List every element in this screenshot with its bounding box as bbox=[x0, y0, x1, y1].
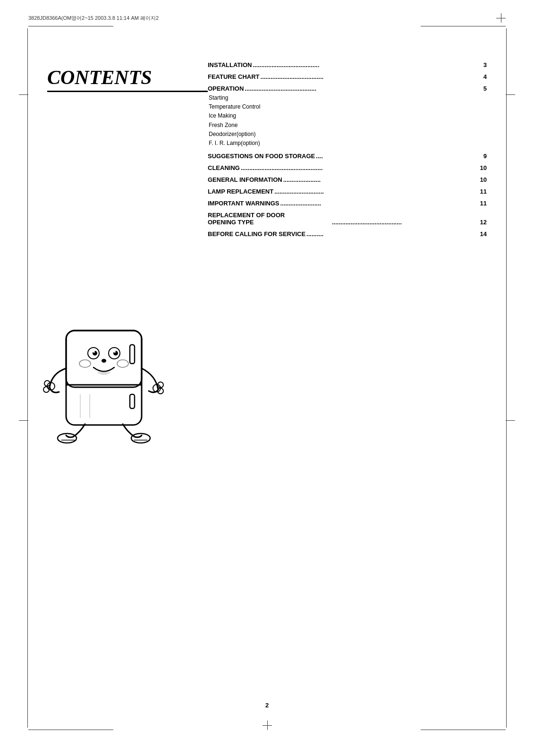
toc-dots-installation: ....................................... bbox=[253, 61, 482, 68]
toc-label-general-info: GENERAL INFORMATION bbox=[208, 176, 282, 183]
svg-point-12 bbox=[79, 360, 91, 367]
bottom-border-right bbox=[421, 730, 506, 730]
toc-entry-general-info: GENERAL INFORMATION ....................… bbox=[208, 176, 487, 183]
mascot-illustration bbox=[38, 321, 170, 453]
toc-page-feature-chart: 4 bbox=[483, 73, 487, 80]
page-title: CONTENTS bbox=[47, 66, 208, 92]
toc-entry-installation: INSTALLATION ...........................… bbox=[208, 61, 487, 68]
side-mark-right-top bbox=[506, 94, 515, 95]
header-text: 3828JD8366A(OM영어2~15 2003.3.8 11:14 AM 페… bbox=[28, 15, 159, 22]
toc-section: INSTALLATION ...........................… bbox=[208, 61, 487, 242]
toc-label-before-calling: BEFORE CALLING FOR SERVICE bbox=[208, 230, 305, 238]
toc-page-operation: 5 bbox=[483, 85, 487, 92]
toc-dots-feature-chart: ..................................... bbox=[261, 73, 483, 80]
toc-entry-feature-chart: FEATURE CHART ..........................… bbox=[208, 73, 487, 80]
toc-label-lamp-replacement: LAMP REPLACEMENT bbox=[208, 188, 273, 195]
toc-label-replacement-door-line2: OPENING TYPE bbox=[208, 219, 254, 226]
header: 3828JD8366A(OM영어2~15 2003.3.8 11:14 AM 페… bbox=[28, 13, 506, 23]
toc-label-operation: OPERATION bbox=[208, 85, 244, 92]
page: 3828JD8366A(OM영어2~15 2003.3.8 11:14 AM 페… bbox=[0, 0, 534, 756]
toc-dots-lamp-replacement: ............................. bbox=[274, 188, 479, 195]
toc-dots-before-calling: .......... bbox=[306, 230, 479, 238]
svg-point-20 bbox=[58, 433, 76, 443]
side-mark-left-top bbox=[19, 94, 28, 95]
toc-label-important-warnings: IMPORTANT WARNINGS bbox=[208, 200, 279, 207]
svg-point-10 bbox=[114, 351, 116, 353]
toc-main-general-info: GENERAL INFORMATION ....................… bbox=[208, 176, 487, 183]
toc-main-operation: OPERATION ..............................… bbox=[208, 85, 487, 92]
toc-entry-suggestions: SUGGESTIONS ON FOOD STORAGE .... 9 bbox=[208, 153, 487, 160]
toc-entry-operation: OPERATION ..............................… bbox=[208, 85, 487, 148]
svg-point-9 bbox=[93, 351, 95, 353]
toc-page-installation: 3 bbox=[483, 61, 487, 68]
svg-rect-3 bbox=[130, 345, 135, 364]
toc-dots-replacement-door: ........................................… bbox=[332, 219, 402, 226]
svg-point-16 bbox=[43, 387, 49, 392]
side-mark-left-bottom bbox=[19, 420, 28, 421]
toc-dots-suggestions: .... bbox=[316, 153, 482, 160]
toc-main-before-calling: BEFORE CALLING FOR SERVICE .......... 14 bbox=[208, 230, 487, 238]
toc-main-installation: INSTALLATION ...........................… bbox=[208, 61, 487, 68]
toc-dots-operation: ........................................… bbox=[245, 85, 482, 92]
top-border-right bbox=[421, 26, 506, 26]
toc-label-replacement-door-line1: REPLACEMENT OF DOOR bbox=[208, 212, 285, 219]
toc-entry-lamp-replacement: LAMP REPLACEMENT .......................… bbox=[208, 188, 487, 195]
toc-sub-operation: Starting Temperature Control Ice Making … bbox=[208, 93, 487, 148]
svg-rect-4 bbox=[130, 394, 135, 408]
toc-main-cleaning: CLEANING ...............................… bbox=[208, 164, 487, 171]
header-crosshair bbox=[496, 13, 506, 23]
toc-label-feature-chart: FEATURE CHART bbox=[208, 73, 260, 80]
page-number: 2 bbox=[265, 702, 269, 709]
svg-point-13 bbox=[117, 360, 128, 367]
toc-dots-important-warnings: ........................ bbox=[280, 200, 479, 207]
bottom-crosshair bbox=[263, 721, 272, 730]
toc-page-cleaning: 10 bbox=[480, 164, 487, 171]
svg-point-11 bbox=[102, 359, 106, 363]
toc-dots-cleaning: ........................................… bbox=[241, 164, 479, 171]
toc-label-cleaning: CLEANING bbox=[208, 164, 240, 171]
toc-entry-important-warnings: IMPORTANT WARNINGS .....................… bbox=[208, 200, 487, 207]
toc-entry-cleaning: CLEANING ...............................… bbox=[208, 164, 487, 171]
toc-page-suggestions: 9 bbox=[483, 153, 487, 160]
toc-main-feature-chart: FEATURE CHART ..........................… bbox=[208, 73, 487, 80]
toc-page-lamp-replacement: 11 bbox=[480, 188, 487, 195]
toc-dots-general-info: ...................... bbox=[283, 176, 479, 183]
toc-page-before-calling: 14 bbox=[480, 230, 487, 238]
toc-main-lamp-replacement: LAMP REPLACEMENT .......................… bbox=[208, 188, 487, 195]
toc-label-installation: INSTALLATION bbox=[208, 61, 252, 68]
toc-page-general-info: 10 bbox=[480, 176, 487, 183]
toc-main-important-warnings: IMPORTANT WARNINGS .....................… bbox=[208, 200, 487, 207]
top-border-left bbox=[28, 26, 113, 26]
toc-page-important-warnings: 11 bbox=[480, 200, 487, 207]
svg-point-21 bbox=[131, 433, 150, 443]
toc-page-replacement-door: 12 bbox=[480, 219, 487, 226]
bottom-border-left bbox=[28, 730, 113, 730]
toc-entry-replacement-door: REPLACEMENT OF DOOR OPENING TYPE .......… bbox=[208, 212, 487, 226]
mascot-svg bbox=[38, 321, 170, 453]
toc-label-suggestions: SUGGESTIONS ON FOOD STORAGE bbox=[208, 153, 315, 160]
toc-entry-before-calling: BEFORE CALLING FOR SERVICE .......... 14 bbox=[208, 230, 487, 238]
toc-main-suggestions: SUGGESTIONS ON FOOD STORAGE .... 9 bbox=[208, 153, 487, 160]
right-border-line bbox=[506, 28, 507, 728]
left-border-line bbox=[27, 28, 28, 728]
side-mark-right-bottom bbox=[506, 420, 515, 421]
